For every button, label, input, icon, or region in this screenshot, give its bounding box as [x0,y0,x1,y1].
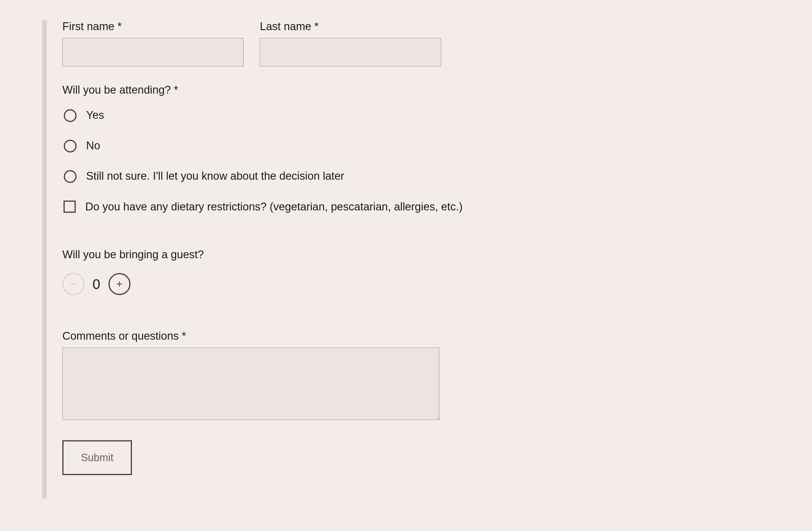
name-row: First name * Last name * [62,20,812,67]
comments-section: Comments or questions * [62,330,812,420]
last-name-input[interactable] [260,38,441,67]
attending-option-yes-label: Yes [86,109,104,121]
guest-increment-button[interactable]: + [108,273,130,295]
dietary-checkbox[interactable] [63,201,76,213]
guest-count-value: 0 [92,276,100,292]
attending-option-no-label: No [86,139,100,152]
comments-label: Comments or questions * [62,330,812,342]
plus-icon: + [116,278,122,290]
attending-radio-unsure[interactable] [64,170,76,183]
attending-radio-yes[interactable] [64,109,76,122]
last-name-label: Last name * [260,20,441,33]
first-name-label: First name * [62,20,244,33]
attending-option-no-row: No [62,139,812,152]
guest-section: Will you be bringing a guest? − 0 + [62,248,812,295]
attending-section: Will you be attending? * Yes No Still no… [62,84,812,183]
rsvp-form: First name * Last name * Will you be att… [42,20,812,475]
last-name-group: Last name * [260,20,441,67]
comments-textarea[interactable] [62,348,439,420]
first-name-group: First name * [62,20,244,67]
guest-decrement-button[interactable]: − [62,273,84,295]
attending-option-unsure-label: Still not sure. I'll let you know about … [86,170,344,182]
attending-radio-no[interactable] [64,140,76,152]
dietary-row: Do you have any dietary restrictions? (v… [62,200,812,213]
minus-icon: − [70,278,76,290]
submit-button[interactable]: Submit [62,440,132,475]
form-accent-bar [42,20,47,499]
guest-stepper: − 0 + [62,273,812,295]
attending-option-yes-row: Yes [62,108,812,122]
attending-option-unsure-row: Still not sure. I'll let you know about … [62,169,812,183]
guest-label: Will you be bringing a guest? [62,248,812,261]
dietary-label: Do you have any dietary restrictions? (v… [85,201,463,213]
first-name-input[interactable] [62,38,244,67]
attending-label: Will you be attending? * [62,84,812,96]
